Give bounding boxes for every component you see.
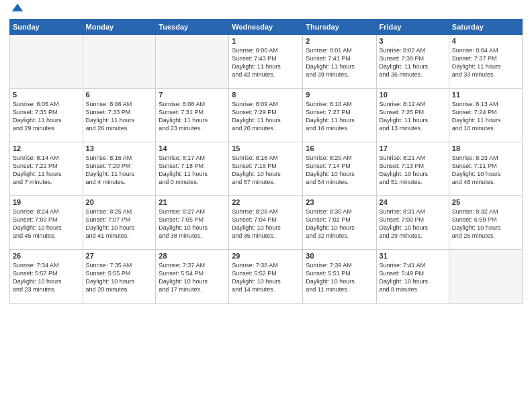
- day-info: Sunrise: 8:00 AM Sunset: 7:43 PM Dayligh…: [232, 46, 300, 79]
- day-info: Sunrise: 8:16 AM Sunset: 7:20 PM Dayligh…: [86, 154, 153, 187]
- week-row-5: 26Sunrise: 7:34 AM Sunset: 5:57 PM Dayli…: [10, 250, 523, 304]
- day-number: 12: [13, 144, 80, 152]
- day-info: Sunrise: 8:18 AM Sunset: 7:16 PM Dayligh…: [232, 154, 300, 187]
- day-number: 22: [232, 198, 300, 206]
- calendar-cell: 12Sunrise: 8:14 AM Sunset: 7:22 PM Dayli…: [10, 142, 83, 196]
- calendar-cell: 22Sunrise: 8:28 AM Sunset: 7:04 PM Dayli…: [229, 196, 303, 250]
- calendar-cell: 11Sunrise: 8:13 AM Sunset: 7:24 PM Dayli…: [449, 89, 522, 142]
- day-info: Sunrise: 8:09 AM Sunset: 7:29 PM Dayligh…: [232, 100, 300, 133]
- day-number: 10: [380, 91, 446, 99]
- day-number: 2: [306, 37, 373, 45]
- weekday-header-row: SundayMondayTuesdayWednesdayThursdayFrid…: [10, 19, 523, 35]
- day-number: 25: [452, 198, 519, 206]
- day-number: 21: [159, 198, 226, 206]
- day-info: Sunrise: 7:38 AM Sunset: 5:52 PM Dayligh…: [232, 261, 300, 294]
- logo: [9, 7, 24, 15]
- day-number: 4: [452, 37, 519, 45]
- calendar-cell: 27Sunrise: 7:35 AM Sunset: 5:55 PM Dayli…: [83, 250, 156, 304]
- day-number: 16: [306, 144, 373, 152]
- calendar-cell: 2Sunrise: 8:01 AM Sunset: 7:41 PM Daylig…: [303, 35, 376, 89]
- calendar-cell: [83, 35, 156, 89]
- calendar-cell: 14Sunrise: 8:17 AM Sunset: 7:18 PM Dayli…: [156, 142, 229, 196]
- day-info: Sunrise: 8:05 AM Sunset: 7:35 PM Dayligh…: [13, 100, 80, 133]
- day-number: 1: [232, 37, 300, 45]
- calendar-cell: [449, 250, 522, 304]
- day-number: 17: [380, 144, 446, 152]
- calendar-cell: 26Sunrise: 7:34 AM Sunset: 5:57 PM Dayli…: [10, 250, 83, 304]
- calendar-cell: 18Sunrise: 8:23 AM Sunset: 7:11 PM Dayli…: [449, 142, 522, 196]
- week-row-2: 5Sunrise: 8:05 AM Sunset: 7:35 PM Daylig…: [10, 89, 523, 142]
- day-info: Sunrise: 8:08 AM Sunset: 7:31 PM Dayligh…: [159, 100, 226, 133]
- weekday-header-thursday: Thursday: [303, 19, 376, 35]
- day-number: 30: [306, 252, 373, 260]
- day-info: Sunrise: 8:32 AM Sunset: 6:59 PM Dayligh…: [452, 208, 519, 240]
- calendar-cell: 13Sunrise: 8:16 AM Sunset: 7:20 PM Dayli…: [83, 142, 156, 196]
- day-info: Sunrise: 8:13 AM Sunset: 7:24 PM Dayligh…: [452, 100, 519, 133]
- calendar-cell: 30Sunrise: 7:39 AM Sunset: 5:51 PM Dayli…: [303, 250, 376, 304]
- calendar-cell: 1Sunrise: 8:00 AM Sunset: 7:43 PM Daylig…: [229, 35, 303, 89]
- weekday-header-sunday: Sunday: [10, 19, 83, 35]
- day-info: Sunrise: 8:17 AM Sunset: 7:18 PM Dayligh…: [159, 154, 226, 187]
- weekday-header-friday: Friday: [376, 19, 449, 35]
- day-info: Sunrise: 8:14 AM Sunset: 7:22 PM Dayligh…: [13, 154, 80, 187]
- day-info: Sunrise: 8:27 AM Sunset: 7:05 PM Dayligh…: [159, 208, 226, 240]
- calendar-cell: 15Sunrise: 8:18 AM Sunset: 7:16 PM Dayli…: [229, 142, 303, 196]
- day-number: 13: [86, 144, 153, 152]
- day-number: 11: [452, 91, 519, 99]
- logo-icon: [11, 1, 24, 15]
- calendar-cell: [156, 35, 229, 89]
- day-info: Sunrise: 7:39 AM Sunset: 5:51 PM Dayligh…: [306, 261, 373, 294]
- calendar-cell: 10Sunrise: 8:12 AM Sunset: 7:25 PM Dayli…: [376, 89, 449, 142]
- day-number: 28: [159, 252, 226, 260]
- day-info: Sunrise: 8:20 AM Sunset: 7:14 PM Dayligh…: [306, 154, 373, 187]
- day-info: Sunrise: 8:02 AM Sunset: 7:39 PM Dayligh…: [380, 46, 446, 79]
- calendar-cell: 5Sunrise: 8:05 AM Sunset: 7:35 PM Daylig…: [10, 89, 83, 142]
- calendar-cell: [10, 35, 83, 89]
- calendar-cell: 29Sunrise: 7:38 AM Sunset: 5:52 PM Dayli…: [229, 250, 303, 304]
- weekday-header-saturday: Saturday: [449, 19, 522, 35]
- day-info: Sunrise: 8:10 AM Sunset: 7:27 PM Dayligh…: [306, 100, 373, 133]
- day-info: Sunrise: 7:34 AM Sunset: 5:57 PM Dayligh…: [13, 261, 80, 294]
- calendar-table: SundayMondayTuesdayWednesdayThursdayFrid…: [9, 19, 523, 304]
- calendar-cell: 25Sunrise: 8:32 AM Sunset: 6:59 PM Dayli…: [449, 196, 522, 250]
- day-info: Sunrise: 7:41 AM Sunset: 5:49 PM Dayligh…: [380, 261, 446, 294]
- week-row-4: 19Sunrise: 8:24 AM Sunset: 7:09 PM Dayli…: [10, 196, 523, 250]
- calendar-cell: 20Sunrise: 8:25 AM Sunset: 7:07 PM Dayli…: [83, 196, 156, 250]
- weekday-header-monday: Monday: [83, 19, 156, 35]
- week-row-1: 1Sunrise: 8:00 AM Sunset: 7:43 PM Daylig…: [10, 35, 523, 89]
- day-info: Sunrise: 8:24 AM Sunset: 7:09 PM Dayligh…: [13, 208, 80, 240]
- day-number: 18: [452, 144, 519, 152]
- calendar-cell: 6Sunrise: 8:06 AM Sunset: 7:33 PM Daylig…: [83, 89, 156, 142]
- calendar-cell: 28Sunrise: 7:37 AM Sunset: 5:54 PM Dayli…: [156, 250, 229, 304]
- weekday-header-tuesday: Tuesday: [156, 19, 229, 35]
- day-info: Sunrise: 8:30 AM Sunset: 7:02 PM Dayligh…: [306, 208, 373, 240]
- calendar-cell: 21Sunrise: 8:27 AM Sunset: 7:05 PM Dayli…: [156, 196, 229, 250]
- header: [9, 7, 523, 15]
- day-number: 15: [232, 144, 300, 152]
- day-number: 3: [380, 37, 446, 45]
- calendar-cell: 3Sunrise: 8:02 AM Sunset: 7:39 PM Daylig…: [376, 35, 449, 89]
- weekday-header-wednesday: Wednesday: [229, 19, 303, 35]
- calendar-cell: 31Sunrise: 7:41 AM Sunset: 5:49 PM Dayli…: [376, 250, 449, 304]
- day-info: Sunrise: 8:28 AM Sunset: 7:04 PM Dayligh…: [232, 208, 300, 240]
- calendar-cell: 24Sunrise: 8:31 AM Sunset: 7:00 PM Dayli…: [376, 196, 449, 250]
- calendar-cell: 23Sunrise: 8:30 AM Sunset: 7:02 PM Dayli…: [303, 196, 376, 250]
- calendar-cell: 4Sunrise: 8:04 AM Sunset: 7:37 PM Daylig…: [449, 35, 522, 89]
- calendar-cell: 19Sunrise: 8:24 AM Sunset: 7:09 PM Dayli…: [10, 196, 83, 250]
- day-number: 14: [159, 144, 226, 152]
- day-info: Sunrise: 8:25 AM Sunset: 7:07 PM Dayligh…: [86, 208, 153, 240]
- day-number: 19: [13, 198, 80, 206]
- day-info: Sunrise: 8:23 AM Sunset: 7:11 PM Dayligh…: [452, 154, 519, 187]
- day-number: 26: [13, 252, 80, 260]
- day-number: 29: [232, 252, 300, 260]
- day-number: 23: [306, 198, 373, 206]
- day-number: 20: [86, 198, 153, 206]
- svg-marker-0: [12, 3, 24, 11]
- day-number: 7: [159, 91, 226, 99]
- day-info: Sunrise: 8:06 AM Sunset: 7:33 PM Dayligh…: [86, 100, 153, 133]
- day-number: 6: [86, 91, 153, 99]
- day-info: Sunrise: 8:12 AM Sunset: 7:25 PM Dayligh…: [380, 100, 446, 133]
- calendar-cell: 9Sunrise: 8:10 AM Sunset: 7:27 PM Daylig…: [303, 89, 376, 142]
- day-number: 24: [380, 198, 446, 206]
- day-number: 9: [306, 91, 373, 99]
